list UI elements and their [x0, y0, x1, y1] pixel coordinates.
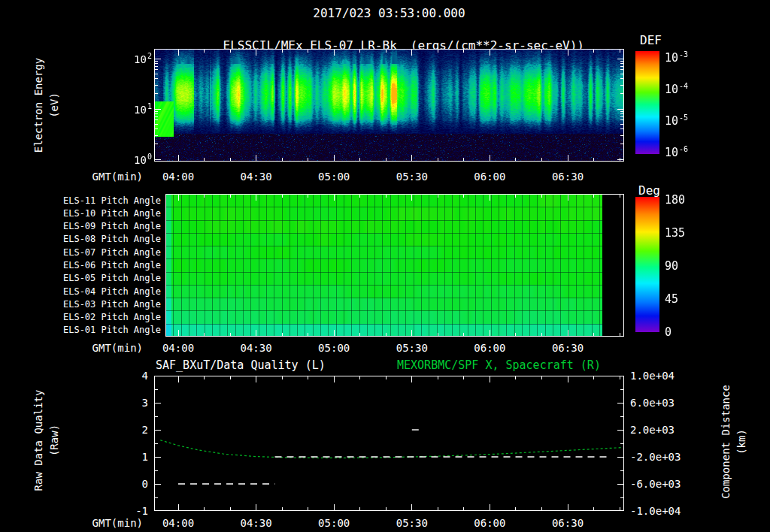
pitch-row-label: ELS-03 Pitch Angle	[63, 299, 161, 310]
plot-timestamp: 2017/023 03:53:00.000	[154, 6, 624, 20]
xtick-label: 06:00	[474, 517, 505, 529]
pitch-row-label: ELS-08 Pitch Angle	[63, 234, 161, 244]
xtick-label: 04:00	[162, 171, 194, 183]
pitch-row-label: ELS-11 Pitch Angle	[63, 195, 161, 206]
deg-colorbar-label: Deg	[638, 183, 660, 198]
timeseries-axes	[154, 376, 624, 511]
colorbar-tick-label: 0	[665, 325, 671, 339]
colorbar-tick-label: 10-4	[665, 82, 688, 96]
pitch-row-label: ELS-05 Pitch Angle	[63, 273, 161, 283]
spectrogram-y-axis-label: Electron Energy (eV)	[31, 58, 62, 153]
xtick-label: 05:30	[396, 517, 428, 529]
ytick-label: 102	[134, 52, 152, 65]
xtick-label: 04:30	[241, 342, 272, 354]
xtick-label: 06:30	[552, 342, 584, 354]
distance-ylabel-line2: (km)	[734, 385, 750, 499]
pitch-row-label: ELS-04 Pitch Angle	[63, 286, 161, 297]
quicklook-plot-page: 2017/023 03:53:00.000 ELSSCIL/MEx ELS-07…	[0, 0, 770, 532]
xtick-label: 05:00	[318, 342, 350, 354]
quality-y-axis-label: Raw Data Quality (Raw)	[31, 390, 62, 491]
ytick-label: -1.0e+04	[630, 505, 681, 517]
left-series-title: SAF_BXuT/Data Quality (L)	[156, 358, 326, 372]
distance-ylabel-line1: Component Distance	[718, 385, 734, 499]
xtick-label: 06:00	[474, 342, 505, 354]
xtick-label: 06:30	[552, 517, 584, 529]
colorbar-tick-label: 10-6	[665, 145, 688, 159]
colorbar-tick-label: 180	[665, 193, 685, 207]
xtick-label: 04:30	[241, 517, 272, 529]
colorbar-tick-label: 90	[665, 259, 678, 273]
colorbar-tick-label: 135	[665, 226, 685, 240]
spectrogram-axes	[154, 49, 624, 162]
spectrogram-ylabel-line2: (eV)	[47, 58, 62, 153]
pitch-row-label: ELS-10 Pitch Angle	[63, 208, 161, 219]
ytick-label: -2.0e+03	[630, 451, 681, 463]
ytick-label: 1.0e+04	[630, 370, 675, 382]
ytick-label: 0	[142, 478, 148, 490]
ytick-label: -1	[135, 505, 148, 517]
xtick-label: 04:00	[162, 517, 194, 529]
ytick-label: 3	[142, 397, 148, 409]
deg-colorbar	[635, 197, 659, 332]
pitch-row-label: ELS-01 Pitch Angle	[63, 325, 161, 335]
pitch-row-label: ELS-06 Pitch Angle	[63, 260, 161, 271]
gmt-axis-label: GMT(min)	[92, 342, 143, 354]
ytick-label: 101	[134, 102, 152, 116]
pitch-row-label: ELS-02 Pitch Angle	[63, 312, 161, 322]
ytick-label: 2.0e+03	[630, 424, 675, 436]
xtick-label: 06:30	[552, 171, 584, 183]
gmt-axis-label: GMT(min)	[92, 171, 143, 183]
ytick-label: 4	[142, 370, 148, 382]
def-colorbar-label: DEF	[640, 33, 662, 47]
colorbar-tick-label: 45	[665, 292, 678, 306]
pitch-row-label: ELS-09 Pitch Angle	[63, 221, 161, 231]
xtick-label: 04:30	[241, 171, 272, 183]
def-colorbar	[635, 51, 659, 154]
quality-ylabel-line1: Raw Data Quality	[31, 390, 47, 491]
ytick-label: -6.0e+03	[630, 478, 681, 490]
colorbar-tick-label: 10-5	[665, 113, 688, 128]
gmt-axis-label: GMT(min)	[92, 517, 143, 529]
xtick-label: 04:00	[162, 342, 194, 354]
distance-y-axis-label: Component Distance (km)	[718, 385, 750, 499]
ytick-label: 6.0e+03	[630, 397, 675, 409]
ytick-label: 1	[142, 451, 148, 463]
pitch-axes	[165, 194, 624, 337]
xtick-label: 05:00	[318, 517, 350, 529]
ytick-label: 100	[134, 153, 152, 166]
xtick-label: 06:00	[474, 171, 505, 183]
ytick-label: 2	[142, 424, 148, 436]
xtick-label: 05:00	[318, 171, 350, 183]
right-series-title: MEXORBMC/SPF X, Spacecraft (R)	[397, 358, 601, 372]
xtick-label: 05:30	[396, 342, 428, 354]
spectrogram-ylabel-line1: Electron Energy	[31, 58, 47, 153]
quality-ylabel-line2: (Raw)	[47, 390, 62, 491]
pitch-row-label: ELS-07 Pitch Angle	[63, 247, 161, 258]
xtick-label: 05:30	[396, 171, 428, 183]
colorbar-tick-label: 10-3	[665, 50, 688, 65]
